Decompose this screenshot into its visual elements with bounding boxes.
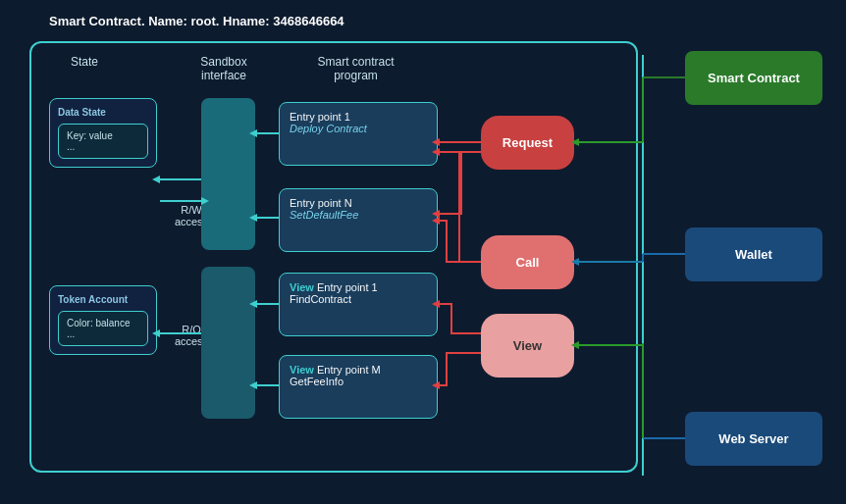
entry-point-view-1: View Entry point 1FindContract <box>279 273 438 336</box>
data-state-label: Data State <box>58 107 148 118</box>
entry-point-n: Entry point NSetDefaultFee <box>279 188 438 252</box>
request-box: Request <box>481 116 574 170</box>
entry-point-1: Entry point 1Deploy Contract <box>279 102 438 166</box>
data-state-box: Data State Key: value... <box>49 98 157 168</box>
wallet-box: Wallet <box>685 227 822 281</box>
token-account-box: Token Account Color: balance... <box>49 285 157 355</box>
smart-contract-box: Smart Contract <box>685 51 822 105</box>
token-account-label: Token Account <box>58 294 148 305</box>
page-title: Smart Contract. Name: root. Hname: 34686… <box>49 14 344 28</box>
header-state: State <box>71 55 98 69</box>
web-server-box: Web Server <box>685 412 822 466</box>
title-detail: Name: root. Hname: 3468646664 <box>148 14 344 28</box>
sandbox-block-2 <box>201 267 255 419</box>
view-box: View <box>481 314 574 378</box>
entry-point-view-m: View Entry point MGetFeeInfo <box>279 355 438 419</box>
sandbox-block-1 <box>201 98 255 250</box>
title-prefix: Smart Contract. <box>49 14 145 28</box>
header-sandbox: Sandboxinterface <box>185 55 263 82</box>
call-box: Call <box>481 235 574 289</box>
state-column: Data State Key: value... Token Account C… <box>49 98 157 431</box>
data-state-content: Key: value... <box>58 124 148 159</box>
token-account-content: Color: balance... <box>58 311 148 346</box>
header-scp: Smart contractprogram <box>280 55 432 82</box>
